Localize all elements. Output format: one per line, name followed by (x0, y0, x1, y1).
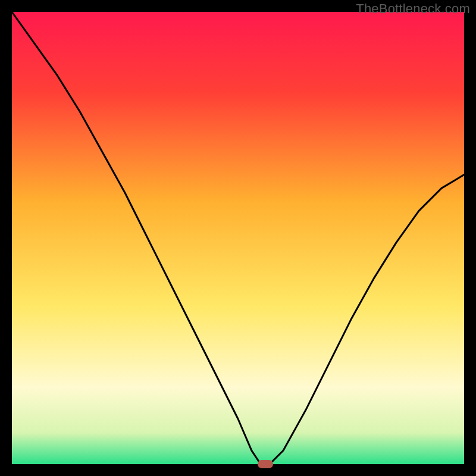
plot-svg (12, 12, 464, 464)
plot-area (12, 12, 464, 464)
watermark-text: TheBottleneck.com (356, 1, 470, 17)
optimal-marker (258, 460, 273, 468)
chart-frame: TheBottleneck.com (0, 0, 476, 476)
gradient-background (12, 12, 464, 464)
